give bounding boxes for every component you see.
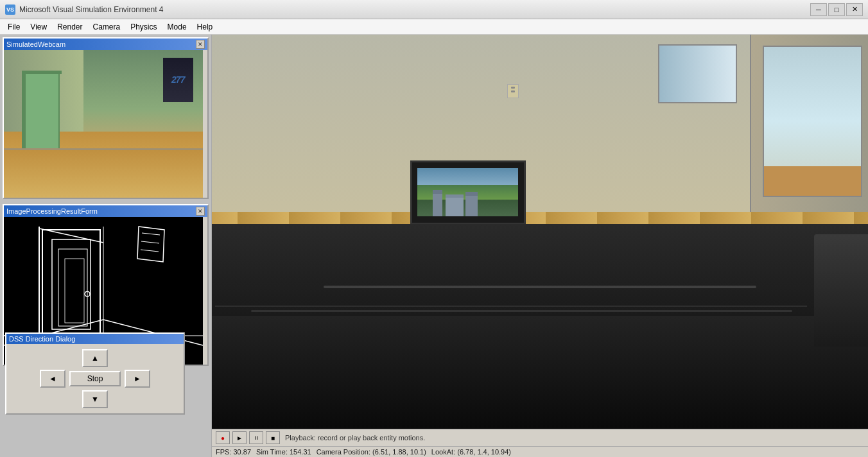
dss-up-row: ▲	[82, 349, 108, 367]
dss-stop-button[interactable]: Stop	[69, 371, 121, 386]
dss-title-bar: DSS Direction Dialog	[6, 334, 184, 344]
sim-time-label: Sim Time: 154.31	[256, 448, 311, 456]
webcam-window: SimulatedWebcam ✕ 277	[3, 37, 209, 199]
window-title: Microsoft Visual Simulation Environment …	[19, 5, 164, 14]
wc-banner: 277	[163, 58, 193, 102]
svg-marker-9	[137, 227, 164, 262]
camera-pos-label: Camera Position: (6.51, 1.88, 10.1)	[317, 448, 426, 456]
sim-tv: SAMSUNG	[410, 160, 526, 225]
sim-sofa-back	[212, 224, 868, 316]
dss-down-button[interactable]: ▼	[82, 390, 108, 408]
sim-sofa-highlight2	[251, 310, 792, 312]
dss-down-row: ▼	[82, 390, 108, 408]
simulation-viewport: SAMSUNG	[212, 35, 868, 457]
playback-status-text: Playback: record or play back entity mot…	[285, 434, 425, 442]
menu-file[interactable]: File	[3, 21, 25, 33]
wc-door-frame-top	[22, 71, 62, 74]
dss-title-label: DSS Direction Dialog	[9, 335, 75, 343]
svg-rect-3	[65, 259, 84, 323]
imgproc-title-bar: ImageProcessingResultForm ✕	[4, 205, 207, 217]
sim-sofa	[212, 224, 868, 429]
app-icon: VS	[5, 4, 15, 15]
menu-help[interactable]: Help	[192, 21, 218, 33]
playback-record-button[interactable]: ●	[216, 431, 230, 444]
playback-pause-button[interactable]: ⏸	[249, 431, 263, 444]
status-info-bar: FPS: 30.87 Sim Time: 154.31 Camera Posit…	[212, 447, 868, 457]
menu-mode[interactable]: Mode	[162, 21, 192, 33]
webcam-close-button[interactable]: ✕	[196, 40, 205, 49]
sim-tower-1	[433, 190, 443, 216]
dss-up-button[interactable]: ▲	[82, 349, 108, 367]
menu-physics[interactable]: Physics	[125, 21, 162, 33]
left-panel: SimulatedWebcam ✕ 277	[0, 35, 212, 457]
menu-render[interactable]: Render	[52, 21, 87, 33]
dss-left-button[interactable]: ◄	[40, 370, 65, 388]
title-bar-left: VS Microsoft Visual Simulation Environme…	[5, 4, 164, 15]
sim-sofa-highlight	[324, 286, 757, 288]
svg-line-11	[141, 241, 159, 243]
sim-window-right	[658, 44, 737, 103]
svg-rect-2	[58, 249, 87, 326]
title-bar-controls: ─ □ ✕	[810, 3, 863, 16]
playback-bar: ● ► ⏸ ■ Playback: record or play back en…	[212, 429, 868, 447]
svg-line-12	[141, 250, 159, 252]
dss-middle-row: ◄ Stop ►	[40, 370, 150, 388]
sim-tower-3	[465, 192, 478, 216]
webcam-title-label: SimulatedWebcam	[6, 40, 65, 48]
sim-right-glass	[763, 46, 862, 197]
lookat-label: LookAt: (6.78, 1.4, 10.94)	[431, 448, 511, 456]
svg-line-10	[142, 233, 160, 235]
dss-direction-dialog: DSS Direction Dialog ▲ ◄ Stop ► ▼	[5, 332, 185, 415]
menu-view[interactable]: View	[25, 21, 52, 33]
bottom-bar: ● ► ⏸ ■ Playback: record or play back en…	[212, 429, 868, 457]
dss-right-button[interactable]: ►	[125, 370, 150, 388]
webcam-room-scene: 277	[4, 50, 203, 198]
playback-play-button[interactable]: ►	[232, 431, 247, 444]
sim-sofa-armrest-right	[814, 234, 868, 347]
title-bar: VS Microsoft Visual Simulation Environme…	[0, 0, 868, 19]
sim-right-floor-vis	[764, 166, 861, 196]
sim-wall-outlet	[507, 84, 519, 98]
wc-floor-close	[4, 150, 203, 198]
fps-label: FPS: 30.87	[216, 448, 251, 456]
playback-stop-button[interactable]: ■	[266, 431, 280, 444]
imgproc-close-button[interactable]: ✕	[196, 207, 205, 216]
imgproc-title-label: ImageProcessingResultForm	[6, 207, 98, 215]
sim-room-scene: SAMSUNG	[212, 35, 868, 429]
svg-rect-1	[52, 239, 91, 329]
svg-line-7	[39, 229, 103, 243]
wc-door-frame-left	[22, 71, 26, 155]
minimize-button[interactable]: ─	[810, 3, 827, 16]
dss-controls: ▲ ◄ Stop ► ▼	[6, 344, 184, 413]
main-layout: SimulatedWebcam ✕ 277	[0, 35, 868, 457]
webcam-title-bar: SimulatedWebcam ✕	[4, 39, 207, 50]
restore-button[interactable]: □	[828, 3, 845, 16]
wc-door	[24, 73, 60, 154]
close-button[interactable]: ✕	[846, 3, 863, 16]
sim-canvas[interactable]: SAMSUNG	[212, 35, 868, 429]
webcam-viewport: 277	[4, 50, 203, 198]
sim-tv-screen	[417, 168, 517, 216]
sim-sofa-cushion-line	[215, 306, 807, 307]
menu-camera[interactable]: Camera	[88, 21, 126, 33]
menu-bar: File View Render Camera Physics Mode Hel…	[0, 19, 868, 35]
sim-tower-main	[446, 194, 464, 216]
